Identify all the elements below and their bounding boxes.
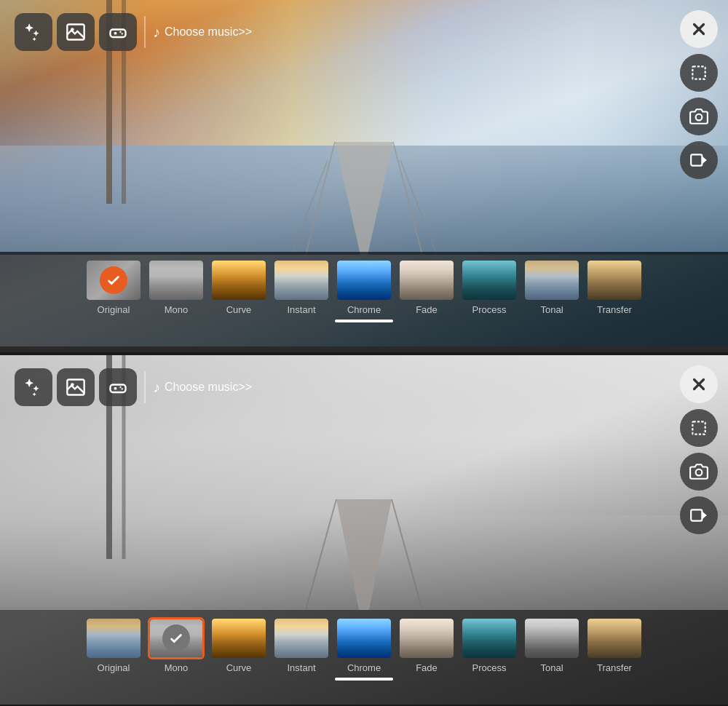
magic-icon-bottom	[23, 377, 44, 397]
instant-thumb-inner	[274, 261, 328, 300]
camera-btn-bottom[interactable]	[680, 453, 718, 491]
filter-process-bottom[interactable]: Process	[461, 617, 518, 673]
video-btn-top[interactable]	[680, 141, 718, 179]
toolbar-bottom: ♪ Choose music>>	[15, 368, 252, 406]
close-icon	[689, 20, 708, 39]
chrome-thumb-inner-bottom	[337, 619, 391, 658]
filter-thumb-chrome-top	[336, 259, 392, 301]
panel-divider	[0, 349, 728, 352]
filter-instant-bottom[interactable]: Instant	[273, 617, 330, 673]
filter-label-transfer-top: Transfer	[597, 304, 632, 315]
filter-curve-bottom[interactable]: Curve	[210, 617, 267, 673]
filter-thumb-mono-top	[148, 259, 205, 301]
process-thumb-inner	[462, 261, 516, 300]
video-btn-bottom[interactable]	[680, 496, 718, 534]
magic-icon	[23, 22, 44, 42]
gamepad-icon	[108, 22, 128, 42]
filter-thumb-chrome-bottom	[336, 617, 392, 659]
gallery-tool-btn[interactable]	[57, 13, 95, 51]
filter-label-curve-bottom: Curve	[226, 662, 252, 673]
filter-label-original-top: Original	[98, 304, 130, 315]
filter-label-chrome-top: Chrome	[347, 304, 381, 315]
transfer-thumb-inner	[587, 261, 641, 300]
filter-thumb-instant-top	[273, 259, 330, 301]
filter-fade-bottom[interactable]: Fade	[398, 617, 455, 673]
svg-point-31	[122, 388, 123, 389]
music-icon-bottom: ♪	[153, 379, 160, 396]
right-buttons-top	[680, 10, 718, 179]
mono-thumb-inner-bottom	[150, 619, 202, 657]
filter-thumb-fade-top	[398, 259, 455, 301]
camera-icon-bottom	[689, 462, 708, 481]
svg-marker-35	[702, 512, 707, 520]
fade-thumb-inner	[400, 261, 454, 300]
filter-chrome-bottom[interactable]: Chrome	[336, 617, 392, 673]
fade-thumb-inner-bottom	[400, 619, 454, 658]
filter-original-top[interactable]: Original	[85, 259, 142, 315]
music-label-text: Choose music>>	[165, 25, 252, 39]
svg-marker-18	[702, 156, 707, 164]
filter-tonal-bottom[interactable]: Tonal	[523, 617, 580, 673]
camera-btn-top[interactable]	[680, 98, 718, 135]
curve-thumb-inner-bottom	[212, 619, 266, 658]
filter-label-process-bottom: Process	[472, 662, 507, 673]
close-btn-top[interactable]	[680, 10, 718, 48]
gamepad-tool-btn-bottom[interactable]	[99, 368, 137, 406]
chrome-thumb-inner	[337, 261, 391, 300]
magic-tool-btn[interactable]	[15, 13, 52, 51]
right-buttons-bottom	[680, 365, 718, 534]
scroll-indicator-top	[335, 320, 393, 322]
instant-thumb-inner-bottom	[274, 619, 328, 658]
filter-label-fade-top: Fade	[416, 304, 438, 315]
gamepad-icon-bottom	[108, 377, 128, 397]
mono-thumb-inner	[149, 261, 203, 300]
filter-chrome-top[interactable]: Chrome	[336, 259, 392, 315]
crop-btn-top[interactable]	[680, 54, 718, 92]
filter-fade-top[interactable]: Fade	[398, 259, 455, 315]
filter-thumb-transfer-top	[586, 259, 643, 301]
close-icon-bottom	[689, 375, 708, 394]
close-btn-bottom[interactable]	[680, 365, 718, 403]
music-btn-bottom[interactable]: ♪ Choose music>>	[153, 379, 252, 396]
music-btn[interactable]: ♪ Choose music>>	[153, 24, 252, 41]
filter-label-tonal-bottom: Tonal	[540, 662, 563, 673]
svg-point-16	[696, 114, 703, 121]
filter-instant-top[interactable]: Instant	[273, 259, 330, 315]
filter-label-fade-bottom: Fade	[416, 662, 438, 673]
svg-rect-34	[691, 509, 702, 520]
filter-original-bottom[interactable]: Original	[85, 617, 142, 673]
camera-icon	[689, 107, 708, 126]
filter-thumb-instant-bottom	[273, 617, 330, 659]
checkmark-icon	[106, 272, 122, 288]
filter-tonal-top[interactable]: Tonal	[523, 259, 580, 315]
filter-transfer-top[interactable]: Transfer	[586, 259, 643, 315]
filter-mono-top[interactable]: Mono	[148, 259, 205, 315]
gallery-tool-btn-bottom[interactable]	[57, 368, 95, 406]
filter-strip-bottom: Original Mono Curve	[0, 610, 728, 705]
svg-point-27	[71, 383, 74, 386]
svg-point-10	[71, 28, 74, 31]
crop-icon	[689, 63, 708, 82]
filter-thumb-tonal-top	[523, 259, 580, 301]
filter-label-chrome-bottom: Chrome	[347, 662, 381, 673]
toolbar-separator	[144, 16, 146, 48]
crop-btn-bottom[interactable]	[680, 409, 718, 447]
filter-transfer-bottom[interactable]: Transfer	[586, 617, 643, 673]
filter-thumb-transfer-bottom	[586, 617, 643, 659]
filter-label-curve-top: Curve	[226, 304, 252, 315]
svg-point-30	[119, 386, 121, 388]
filter-mono-bottom[interactable]: Mono	[148, 617, 205, 673]
toolbar-separator-bottom	[144, 371, 146, 403]
svg-point-33	[696, 469, 703, 476]
filter-process-top[interactable]: Process	[461, 259, 518, 315]
svg-point-14	[122, 33, 123, 34]
filter-thumb-mono-bottom	[148, 617, 205, 659]
filter-label-mono-bottom: Mono	[165, 662, 189, 673]
tonal-thumb-inner	[525, 261, 579, 300]
filter-label-instant-top: Instant	[287, 304, 315, 315]
checkmark-icon-bottom	[168, 630, 184, 646]
magic-tool-btn-bottom[interactable]	[15, 368, 52, 406]
music-icon: ♪	[153, 24, 160, 41]
gamepad-tool-btn[interactable]	[99, 13, 137, 51]
filter-curve-top[interactable]: Curve	[210, 259, 267, 315]
